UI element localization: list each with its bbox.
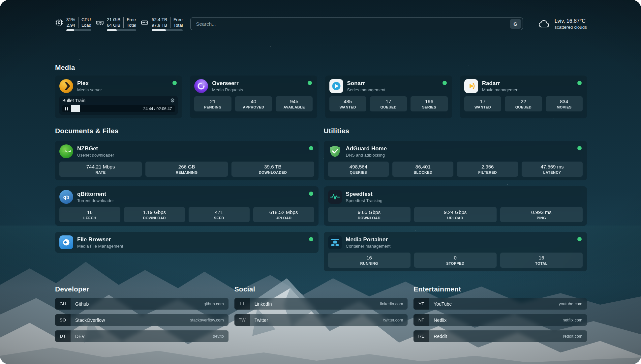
status-dot-online bbox=[577, 237, 582, 241]
service-desc: Container management bbox=[346, 244, 574, 249]
speedtest-icon bbox=[328, 190, 342, 204]
bookmark-netflix[interactable]: NF Netflix netflix.com bbox=[413, 314, 587, 326]
weather-widget: Lviv, 16.87°C scattered clouds bbox=[538, 18, 587, 30]
playback-time: 24:44 / 02:06:47 bbox=[140, 106, 175, 111]
service-name: qBittorrent bbox=[77, 191, 305, 197]
service-desc: DNS and adblocking bbox=[346, 153, 574, 158]
settings-gear-icon[interactable]: ⚙ bbox=[170, 98, 175, 103]
ram-total-label: Total bbox=[127, 22, 136, 28]
status-dot-online bbox=[577, 146, 582, 150]
search-input[interactable] bbox=[195, 21, 510, 27]
stat-value: 21 bbox=[210, 99, 216, 104]
stat-value: 40 bbox=[251, 99, 257, 104]
status-dot-online bbox=[443, 81, 447, 85]
bookmark-github[interactable]: GH Github github.com bbox=[55, 298, 229, 310]
bookmark-name: StackOverflow bbox=[75, 318, 105, 323]
stat-value: 9.65 Gbps bbox=[358, 209, 381, 215]
stat-label: RUNNING bbox=[360, 261, 378, 265]
stat-block: 0.993 ms PING bbox=[500, 207, 583, 222]
bookmark-url: dev.to bbox=[213, 334, 224, 339]
stat-label: QUEUED bbox=[515, 105, 532, 109]
bookmark-abbr: DT bbox=[55, 330, 71, 342]
service-card-portainer[interactable]: Media Portainer Container management 16 … bbox=[324, 232, 587, 271]
stat-value: 744.21 Mbps bbox=[86, 164, 115, 169]
service-desc: Media Requests bbox=[212, 87, 303, 92]
ram-progress-bar bbox=[107, 29, 136, 31]
weather-condition: scattered clouds bbox=[555, 24, 587, 30]
stat-label: APPROVED bbox=[243, 105, 264, 109]
disk-widget: 52.4 TB 97.9 TB Free Total bbox=[140, 17, 183, 31]
disk-free-value: 52.4 TB bbox=[152, 17, 167, 22]
bookmark-youtube[interactable]: YT YouTube youtube.com bbox=[413, 298, 587, 310]
stat-block: 266 GB REMAINING bbox=[145, 162, 228, 177]
filebrowser-icon bbox=[59, 235, 73, 249]
service-desc: Movie management bbox=[482, 87, 573, 92]
cpu-load-value: 2.94 bbox=[67, 22, 75, 28]
stat-value: 16 bbox=[366, 255, 372, 260]
stat-value: 16 bbox=[87, 209, 93, 215]
ram-free-value: 21 GiB bbox=[107, 17, 120, 22]
bookmark-group-entertainment: Entertainment YT YouTube youtube.com NF … bbox=[413, 285, 587, 347]
sonarr-icon bbox=[329, 79, 343, 93]
stat-block: 471 SEED bbox=[189, 207, 250, 222]
stat-label: LEECH bbox=[83, 216, 96, 220]
stat-value: 498,564 bbox=[350, 164, 367, 169]
stat-label: PING bbox=[537, 216, 546, 220]
status-dot-online bbox=[308, 81, 312, 85]
bookmark-url: linkedin.com bbox=[380, 302, 403, 306]
stat-label: UPLOAD bbox=[276, 216, 292, 220]
disk-total-label: Total bbox=[173, 22, 183, 28]
stat-value: 0.993 ms bbox=[531, 209, 552, 215]
bookmark-linkedin[interactable]: LI LinkedIn linkedin.com bbox=[234, 298, 408, 310]
bookmark-dev[interactable]: DT DEV dev.to bbox=[55, 330, 229, 342]
stat-label: REMAINING bbox=[176, 170, 198, 174]
stat-label: SERIES bbox=[422, 105, 436, 109]
bookmark-abbr: NF bbox=[413, 314, 429, 326]
cloud-icon bbox=[538, 19, 550, 29]
service-name: Plex bbox=[77, 80, 168, 87]
stat-block: 86,401 BLOCKED bbox=[392, 162, 453, 177]
bookmark-abbr: YT bbox=[413, 298, 429, 310]
search-provider-button[interactable]: G bbox=[510, 19, 521, 29]
service-card-filebrowser[interactable]: File Browser Media File Management bbox=[55, 232, 319, 253]
service-card-nzbget[interactable]: nzbget NZBGet Usenet downloader 744.21 M… bbox=[55, 141, 319, 180]
bookmark-stackoverflow[interactable]: SO StackOverflow stackoverflow.com bbox=[55, 314, 229, 326]
bookmark-url: reddit.com bbox=[563, 334, 582, 339]
stat-block: 0 STOPPED bbox=[414, 253, 497, 268]
service-card-sonarr[interactable]: Sonarr Series management 485 WANTED 17 Q… bbox=[325, 76, 452, 118]
stat-label: QUERIES bbox=[350, 170, 367, 174]
adguard-icon bbox=[328, 144, 342, 158]
service-card-speedtest[interactable]: Speedtest Speedtest Tracking 9.65 Gbps D… bbox=[324, 186, 587, 226]
service-card-plex[interactable]: Plex Media server Bullet Train ⚙ bbox=[55, 76, 182, 118]
stat-value: 834 bbox=[560, 99, 568, 104]
section-documents: Documents & Files nzbget NZBGet Usenet d… bbox=[55, 127, 319, 271]
radarr-icon bbox=[464, 79, 478, 93]
bookmark-url: stackoverflow.com bbox=[190, 318, 224, 322]
stat-label: BLOCKED bbox=[413, 170, 432, 174]
plex-now-playing-panel: Bullet Train ⚙ 24:44 / 02:06:47 bbox=[59, 96, 178, 115]
bookmark-url: twitter.com bbox=[383, 318, 403, 322]
service-card-overseerr[interactable]: Overseerr Media Requests 21 PENDING 40 A… bbox=[190, 76, 317, 118]
bookmark-abbr: LI bbox=[234, 298, 250, 310]
service-card-radarr[interactable]: Radarr Movie management 17 WANTED 22 QUE… bbox=[460, 76, 587, 118]
stat-block: 17 WANTED bbox=[464, 96, 501, 111]
stat-block: 834 MOVIES bbox=[546, 96, 583, 111]
stat-label: DOWNLOAD bbox=[358, 216, 381, 220]
bookmark-reddit[interactable]: RE Reddit reddit.com bbox=[413, 330, 587, 342]
stat-value: 39.6 TB bbox=[264, 164, 281, 169]
bookmark-group-developer: Developer GH Github github.com SO StackO… bbox=[55, 285, 229, 347]
service-card-qbittorrent[interactable]: qb qBittorrent Torrent downloader 16 LEE… bbox=[55, 186, 319, 226]
bookmark-twitter[interactable]: TW Twitter twitter.com bbox=[234, 314, 408, 326]
bookmark-name: YouTube bbox=[434, 301, 452, 307]
section-title-utilities: Utilities bbox=[324, 127, 587, 135]
stat-block: 47.569 ms LATENCY bbox=[522, 162, 583, 177]
cpu-icon bbox=[55, 18, 63, 27]
service-card-adguard[interactable]: AdGuard Home DNS and adblocking 498,564 … bbox=[324, 141, 587, 180]
stat-block: 16 TOTAL bbox=[500, 253, 583, 268]
status-dot-online bbox=[577, 81, 582, 85]
service-desc: Usenet downloader bbox=[77, 153, 305, 158]
pause-icon[interactable] bbox=[62, 105, 71, 112]
now-playing-title: Bullet Train bbox=[62, 98, 85, 103]
bookmark-abbr: RE bbox=[413, 330, 429, 342]
status-dot-online bbox=[309, 146, 313, 150]
